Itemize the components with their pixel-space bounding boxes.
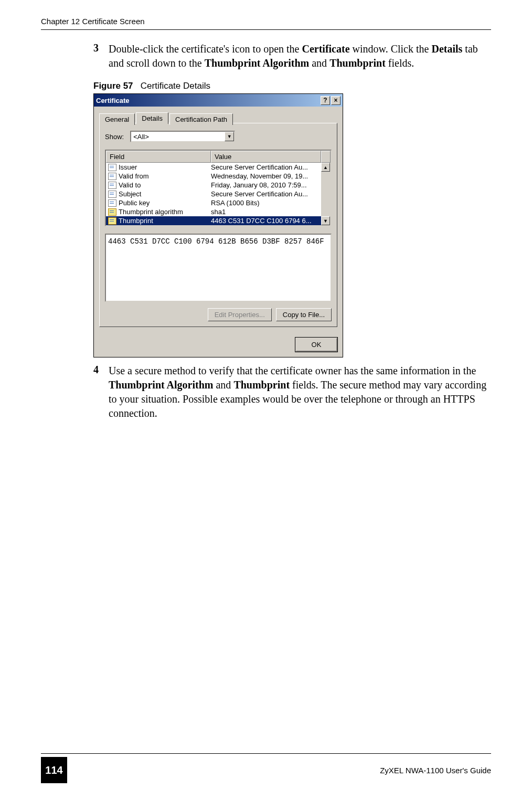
- value-cell: 4463 C531 D7CC C100 6794 6...: [211, 217, 319, 225]
- header-divider: [41, 29, 491, 30]
- field-icon: [108, 164, 116, 171]
- field-table: Field Value Issuer Secure Server Certifi…: [105, 150, 332, 226]
- footer-divider: [41, 753, 491, 754]
- table-row[interactable]: Valid from Wednesday, November 09, 19...: [106, 172, 321, 181]
- page-header: Chapter 12 Certificate Screen: [41, 17, 491, 26]
- field-cell: Subject: [108, 190, 211, 198]
- close-button[interactable]: ×: [331, 96, 341, 105]
- page-number: 114: [41, 757, 67, 783]
- field-cell: Valid from: [108, 172, 211, 180]
- step-3: 3 Double-click the certificate's icon to…: [93, 42, 491, 70]
- step-text: Double-click the certificate's icon to o…: [109, 42, 491, 70]
- table-row[interactable]: Issuer Secure Server Certification Au...: [106, 163, 321, 172]
- show-dropdown[interactable]: <All> ▼: [130, 131, 235, 142]
- figure-title: Certificate Details: [141, 81, 210, 91]
- tab-details[interactable]: Details: [136, 112, 168, 124]
- table-row-selected[interactable]: Thumbprint 4463 C531 D7CC C100 6794 6...: [106, 216, 321, 225]
- table-row[interactable]: Public key RSA (1000 Bits): [106, 198, 321, 207]
- edit-properties-button: Edit Properties...: [208, 308, 272, 321]
- cert-icon: [108, 208, 116, 216]
- field-cell: Issuer: [108, 163, 211, 171]
- field-icon: [108, 199, 116, 207]
- step-number: 3: [93, 42, 101, 70]
- step-number: 4: [93, 364, 101, 420]
- tab-strip: General Details Certification Path: [99, 112, 337, 123]
- step-text: Use a secure method to verify that the c…: [109, 364, 491, 420]
- figure-caption: Figure 57 Certificate Details: [93, 81, 491, 91]
- value-cell: Secure Server Certification Au...: [211, 190, 319, 198]
- window-body: General Details Certification Path Show:…: [94, 107, 343, 332]
- copy-to-file-button[interactable]: Copy to File...: [276, 308, 332, 321]
- value-cell: Friday, January 08, 2010 7:59...: [211, 181, 319, 189]
- table-header: Field Value: [106, 151, 331, 163]
- value-cell: RSA (1000 Bits): [211, 199, 319, 207]
- tab-content: Show: <All> ▼ Field Value: [99, 123, 337, 327]
- figure-57: Certificate ? × General Details Certific…: [93, 93, 491, 357]
- table-row[interactable]: Subject Secure Server Certification Au..…: [106, 190, 321, 198]
- footer-content: 114 ZyXEL NWA-1100 User's Guide: [41, 757, 491, 783]
- field-cell: Public key: [108, 199, 211, 207]
- action-buttons: Edit Properties... Copy to File...: [105, 308, 332, 321]
- ok-button[interactable]: OK: [295, 338, 337, 352]
- field-icon: [108, 191, 116, 198]
- table-body: Issuer Secure Server Certification Au...…: [106, 163, 331, 225]
- header-value[interactable]: Value: [211, 151, 321, 163]
- vertical-scrollbar[interactable]: ▲ ▼: [321, 163, 331, 225]
- tab-general[interactable]: General: [99, 113, 135, 125]
- ok-row: OK: [94, 332, 343, 357]
- scroll-up-icon[interactable]: ▲: [321, 163, 330, 172]
- tab-certification-path[interactable]: Certification Path: [169, 113, 233, 125]
- dropdown-arrow-icon[interactable]: ▼: [225, 132, 234, 141]
- page-footer: 114 ZyXEL NWA-1100 User's Guide: [41, 753, 491, 783]
- step-4: 4 Use a secure method to verify that the…: [93, 364, 491, 420]
- dropdown-value: <All>: [133, 133, 149, 141]
- show-row: Show: <All> ▼: [105, 131, 332, 142]
- value-cell: Secure Server Certification Au...: [211, 163, 319, 171]
- table-rows: Issuer Secure Server Certification Au...…: [106, 163, 321, 225]
- field-cell: Thumbprint algorithm: [108, 208, 211, 216]
- header-scroll-spacer: [321, 151, 331, 163]
- certificate-window: Certificate ? × General Details Certific…: [93, 93, 343, 357]
- main-content: 3 Double-click the certificate's icon to…: [93, 42, 491, 431]
- guide-title: ZyXEL NWA-1100 User's Guide: [380, 766, 491, 775]
- header-field[interactable]: Field: [106, 151, 211, 163]
- cert-icon: [108, 217, 116, 225]
- show-label: Show:: [105, 133, 124, 141]
- titlebar-buttons: ? ×: [321, 96, 341, 105]
- figure-number: Figure 57: [93, 81, 133, 91]
- thumbprint-detail-box[interactable]: 4463 C531 D7CC C100 6794 612B B656 D3BF …: [105, 234, 332, 302]
- window-titlebar: Certificate ? ×: [94, 94, 343, 107]
- scroll-down-icon[interactable]: ▼: [321, 216, 330, 225]
- help-button[interactable]: ?: [321, 96, 330, 105]
- window-title: Certificate: [96, 97, 130, 104]
- value-cell: sha1: [211, 208, 319, 216]
- field-cell: Thumbprint: [108, 217, 211, 225]
- field-cell: Valid to: [108, 181, 211, 189]
- value-cell: Wednesday, November 09, 19...: [211, 172, 319, 180]
- field-icon: [108, 173, 116, 180]
- table-row[interactable]: Valid to Friday, January 08, 2010 7:59..…: [106, 181, 321, 190]
- field-icon: [108, 182, 116, 189]
- table-row[interactable]: Thumbprint algorithm sha1: [106, 207, 321, 216]
